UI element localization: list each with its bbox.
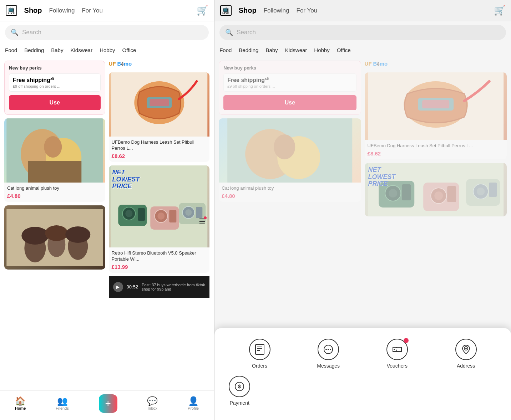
- cat-office-left[interactable]: Office: [122, 47, 136, 53]
- popup-orders[interactable]: Orders: [229, 339, 290, 369]
- category-tabs-right: Food Bedding Baby Kidswear Hobby Office: [214, 43, 511, 57]
- product-col-right-left-panel: UFBēmo: [109, 61, 210, 387]
- promo-title-left: New buy perks: [9, 65, 101, 71]
- live-badge-left: 📺 LIVE: [6, 5, 17, 16]
- top-nav-right: 📺 LIVE Shop Following For You 🛒: [214, 0, 511, 21]
- search-bar-right[interactable]: 🔍 Search: [219, 25, 506, 40]
- add-button-left[interactable]: +: [99, 394, 117, 413]
- plush-toy-card-left[interactable]: Cat long animal plush toy £4.80: [4, 118, 105, 202]
- search-icon-right: 🔍: [225, 29, 233, 36]
- cat-bedding-right[interactable]: Bedding: [239, 47, 258, 53]
- harness-price-left: £8.62: [112, 153, 207, 159]
- svg-point-3: [44, 136, 62, 158]
- video-text-left: Post: 37 buys waterbottle from tiktok sh…: [142, 283, 205, 291]
- video-card-left[interactable]: ▶ 00:52 Post: 37 buys waterbottle from t…: [109, 276, 210, 298]
- messages-label: Messages: [317, 363, 340, 369]
- harness-name-left: UFBemo Dog Harness Leash Set Pitbull Per…: [112, 139, 207, 152]
- popup-messages[interactable]: Messages: [298, 339, 359, 369]
- promo-card-left: New buy perks Free shippingx5 £9 off shi…: [4, 61, 105, 115]
- radio-info-left: Retro Hifi Stereo Bluetooth V5.0 Speaker…: [109, 247, 210, 273]
- live-text: LIVE: [8, 12, 15, 14]
- inbox-icon-left: 💬: [147, 397, 158, 405]
- cat-food-right[interactable]: Food: [219, 47, 232, 53]
- product-grid-left: New buy perks Free shippingx5 £9 off shi…: [0, 57, 214, 390]
- nav-shop-right[interactable]: Shop: [239, 6, 257, 15]
- cat-hobby-right[interactable]: Hobby: [314, 47, 329, 53]
- cat-bedding-left[interactable]: Bedding: [24, 47, 44, 53]
- payment-label: Payment: [230, 400, 249, 406]
- radio-card-left[interactable]: NETLOWESTPRICE: [109, 165, 210, 273]
- svg-rect-41: [402, 184, 411, 200]
- svg-point-57: [330, 349, 331, 350]
- play-icon-left[interactable]: ▶: [113, 282, 123, 292]
- shipping-sub-left: £9 off shipping on orders ...: [13, 84, 97, 88]
- plush-price-right: £4.80: [222, 193, 358, 199]
- brand-uf-left: UF: [109, 61, 116, 67]
- svg-point-40: [389, 189, 397, 198]
- nav-shop-left[interactable]: Shop: [24, 6, 42, 15]
- nav-profile-left[interactable]: 👤 Profile: [188, 397, 199, 410]
- nav-following-right[interactable]: Following: [264, 7, 289, 14]
- plush-image-right: [219, 118, 361, 183]
- friends-icon-left: 👥: [57, 397, 68, 405]
- svg-point-48: [477, 188, 485, 195]
- nav-foryou-right[interactable]: For You: [297, 7, 318, 14]
- svg-rect-36: [422, 100, 449, 108]
- cat-office-right[interactable]: Office: [337, 47, 351, 53]
- vouchers-label: Vouchers: [387, 363, 408, 369]
- popup-payment[interactable]: $ Payment: [229, 376, 250, 406]
- radio-card-right[interactable]: NETLOWESTPRICE: [365, 163, 507, 216]
- harness-info-right: UFBemo Dog Harness Leash Set Pitbull Per…: [365, 140, 507, 159]
- menu-icon-wrapper-left[interactable]: ☰: [199, 217, 206, 226]
- plush-card-right[interactable]: Cat long animal plush toy £4.80: [219, 118, 361, 202]
- brand-header-right: UFBēmo: [365, 61, 507, 67]
- brand-header-left: UFBēmo: [109, 61, 210, 67]
- cat-kidswear-right[interactable]: Kidswear: [285, 47, 307, 53]
- left-panel: 📺 LIVE Shop Following For You 🛒 🔍 Search…: [0, 0, 214, 420]
- promo-title-right: New buy perks: [223, 65, 356, 71]
- cat-baby-right[interactable]: Baby: [265, 47, 278, 53]
- payment-icon: $: [229, 376, 250, 397]
- harness-card-right[interactable]: UFBemo Dog Harness Leash Set Pitbull Per…: [365, 72, 507, 159]
- nav-foryou-left[interactable]: For You: [82, 7, 103, 14]
- popup-address[interactable]: Address: [435, 339, 497, 369]
- nav-following-left[interactable]: Following: [49, 7, 75, 14]
- search-placeholder-right: Search: [237, 29, 256, 36]
- svg-rect-20: [138, 208, 145, 221]
- harness-name-right: UFBemo Dog Harness Leash Set Pitbull Per…: [368, 143, 504, 149]
- profile-icon-left: 👤: [188, 397, 199, 405]
- cat-kidswear-left[interactable]: Kidswear: [70, 47, 92, 53]
- nav-inbox-left[interactable]: 💬 Inbox: [147, 397, 158, 410]
- nav-friends-left[interactable]: 👥 Friends: [56, 397, 69, 410]
- cat-hobby-left[interactable]: Hobby: [100, 47, 115, 53]
- cart-icon-right[interactable]: 🛒: [494, 5, 505, 16]
- cat-baby-left[interactable]: Baby: [51, 47, 63, 53]
- plush-info-right: Cat long animal plush toy £4.80: [219, 183, 361, 202]
- svg-point-56: [328, 349, 329, 350]
- harness-card-left[interactable]: UFBemo Dog Harness Leash Set Pitbull Per…: [109, 72, 210, 162]
- home-label-left: Home: [15, 406, 26, 410]
- live-text-right: LIVE: [222, 12, 229, 14]
- radio-price-left: £13.99: [112, 264, 207, 270]
- brand-bemo-left: Bēmo: [117, 61, 132, 67]
- harness-image-right: [365, 72, 507, 140]
- mushroom-card-left[interactable]: [4, 205, 105, 270]
- harness-image-left: [109, 72, 210, 137]
- popup-grid: Orders Messages: [229, 339, 497, 369]
- use-button-left[interactable]: Use: [9, 95, 101, 110]
- nav-home-left[interactable]: 🏠 Home: [15, 397, 26, 410]
- svg-point-60: [465, 348, 467, 349]
- cat-food-left[interactable]: Food: [5, 47, 17, 53]
- popup-row2: $ Payment: [229, 376, 497, 406]
- use-button-right[interactable]: Use: [223, 95, 356, 110]
- cart-icon-left[interactable]: 🛒: [197, 5, 208, 16]
- address-icon: [455, 339, 477, 360]
- svg-point-58: [394, 349, 395, 350]
- svg-point-7: [21, 227, 49, 245]
- friends-label-left: Friends: [56, 406, 69, 410]
- right-panel: 📺 LIVE Shop Following For You 🛒 🔍 Search…: [214, 0, 511, 420]
- popup-vouchers[interactable]: Vouchers: [366, 339, 428, 369]
- bottom-popup: Orders Messages: [214, 328, 511, 420]
- search-bar-left[interactable]: 🔍 Search: [5, 25, 209, 40]
- plush-toy-image-left: [4, 118, 105, 183]
